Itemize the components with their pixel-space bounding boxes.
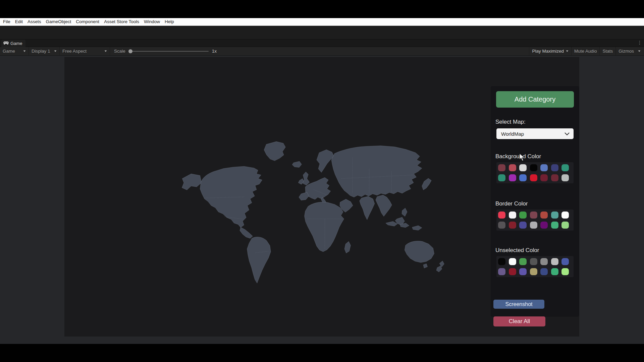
- chevron-down-icon: [638, 50, 641, 52]
- color-swatch[interactable]: [498, 268, 505, 275]
- border-color-title: Border Color: [495, 200, 579, 207]
- chevron-down-icon: [566, 50, 569, 52]
- menu-bar: File Edit Assets GameObject Component As…: [0, 18, 644, 26]
- color-swatch[interactable]: [551, 212, 558, 219]
- play-maximized-label: Play Maximized: [532, 49, 564, 54]
- color-swatch[interactable]: [530, 222, 537, 229]
- color-swatch[interactable]: [519, 222, 527, 229]
- gamepad-icon: [3, 41, 9, 46]
- color-swatch[interactable]: [498, 212, 505, 219]
- menu-component[interactable]: Component: [73, 18, 102, 25]
- aspect-label: Free Aspect: [62, 49, 87, 54]
- menu-file[interactable]: File: [1, 18, 13, 25]
- editor-viewport-background: Add Category Select Map: WorldMap Backgr…: [0, 56, 644, 344]
- color-swatch[interactable]: [530, 174, 537, 181]
- color-swatch[interactable]: [509, 222, 516, 229]
- color-swatch[interactable]: [519, 212, 527, 219]
- color-swatch[interactable]: [551, 258, 558, 265]
- kebab-menu-icon[interactable]: ⋮: [637, 40, 642, 45]
- color-swatch[interactable]: [530, 212, 537, 219]
- add-category-button[interactable]: Add Category: [496, 91, 574, 108]
- color-swatch[interactable]: [530, 258, 537, 265]
- color-swatch[interactable]: [498, 174, 505, 181]
- color-swatch[interactable]: [540, 258, 548, 265]
- color-swatch[interactable]: [509, 268, 516, 275]
- game-view-dropdown[interactable]: Game: [0, 47, 29, 55]
- color-swatch[interactable]: [540, 212, 548, 219]
- clear-all-button[interactable]: Clear All: [493, 316, 545, 326]
- tab-row: Game ⋮: [0, 40, 644, 47]
- color-swatch[interactable]: [551, 222, 558, 229]
- mouse-cursor: [519, 153, 527, 162]
- menu-help[interactable]: Help: [162, 18, 176, 25]
- background-color-swatches: [496, 162, 574, 183]
- color-swatch[interactable]: [551, 174, 558, 181]
- color-swatch[interactable]: [509, 258, 516, 265]
- game-controls-bar: Game Display 1 Free Aspect Scale 1x Play…: [0, 47, 644, 56]
- color-swatch[interactable]: [540, 222, 548, 229]
- tab-game[interactable]: Game: [1, 40, 25, 47]
- play-maximized-dropdown[interactable]: Play Maximized: [529, 47, 571, 55]
- stats-label: Stats: [602, 49, 613, 54]
- color-swatch[interactable]: [561, 268, 569, 275]
- menu-window[interactable]: Window: [142, 18, 162, 25]
- menu-assets[interactable]: Assets: [25, 18, 44, 25]
- color-swatch[interactable]: [561, 174, 569, 181]
- world-map[interactable]: [174, 127, 453, 292]
- color-swatch[interactable]: [561, 258, 569, 265]
- editor-toolbar: OO: [0, 26, 644, 40]
- color-swatch[interactable]: [530, 164, 537, 171]
- color-swatch[interactable]: [561, 222, 569, 229]
- map-select-dropdown[interactable]: WorldMap: [496, 128, 574, 139]
- border-color-swatches: [496, 209, 574, 231]
- menu-gameobject[interactable]: GameObject: [44, 18, 74, 25]
- display-dropdown[interactable]: Display 1: [29, 47, 60, 55]
- tab-game-label: Game: [10, 41, 22, 46]
- color-swatch[interactable]: [551, 268, 558, 275]
- scale-label: Scale: [114, 49, 125, 54]
- color-swatch[interactable]: [519, 258, 527, 265]
- gizmos-dropdown[interactable]: Gizmos: [615, 47, 644, 55]
- game-render-area[interactable]: Add Category Select Map: WorldMap Backgr…: [64, 57, 579, 337]
- color-swatch[interactable]: [540, 174, 548, 181]
- scale-value: 1x: [212, 49, 217, 54]
- chevron-down-icon: [54, 50, 57, 52]
- color-swatch[interactable]: [540, 164, 548, 171]
- window-titlebar: [0, 0, 644, 18]
- select-map-label: Select Map:: [495, 119, 579, 125]
- stats-toggle[interactable]: Stats: [599, 47, 615, 55]
- color-swatch[interactable]: [551, 164, 558, 171]
- unselected-color-swatches: [496, 256, 574, 277]
- screenshot-button[interactable]: Screenshot: [493, 300, 544, 309]
- color-swatch[interactable]: [519, 164, 527, 171]
- color-swatch[interactable]: [509, 212, 516, 219]
- chevron-down-icon: [565, 132, 570, 135]
- scale-slider-knob[interactable]: [128, 49, 132, 53]
- map-settings-panel: Add Category Select Map: WorldMap Backgr…: [491, 86, 579, 317]
- color-swatch[interactable]: [519, 174, 527, 181]
- color-swatch[interactable]: [561, 164, 569, 171]
- display-label: Display 1: [32, 49, 50, 54]
- color-swatch[interactable]: [561, 212, 569, 219]
- scale-slider[interactable]: [129, 51, 209, 52]
- aspect-dropdown[interactable]: Free Aspect: [60, 47, 110, 55]
- color-swatch[interactable]: [509, 164, 516, 171]
- color-swatch[interactable]: [540, 268, 548, 275]
- color-swatch[interactable]: [530, 268, 537, 275]
- color-swatch[interactable]: [498, 258, 505, 265]
- color-swatch[interactable]: [509, 174, 516, 181]
- menu-edit[interactable]: Edit: [13, 18, 25, 25]
- menu-asset-store-tools[interactable]: Asset Store Tools: [102, 18, 142, 25]
- background-color-title: Background Color: [495, 153, 579, 160]
- color-swatch[interactable]: [498, 164, 505, 171]
- color-swatch[interactable]: [519, 268, 527, 275]
- bottom-black-strip: [0, 344, 644, 362]
- unselected-color-title: Unselected Color: [495, 247, 579, 254]
- game-view-label: Game: [3, 49, 15, 54]
- color-swatch[interactable]: [498, 222, 505, 229]
- mute-audio-toggle[interactable]: Mute Audio: [571, 47, 600, 55]
- mute-audio-label: Mute Audio: [574, 49, 597, 54]
- selected-map-value: WorldMap: [501, 131, 524, 137]
- gizmos-label: Gizmos: [619, 49, 634, 54]
- chevron-down-icon: [23, 50, 26, 52]
